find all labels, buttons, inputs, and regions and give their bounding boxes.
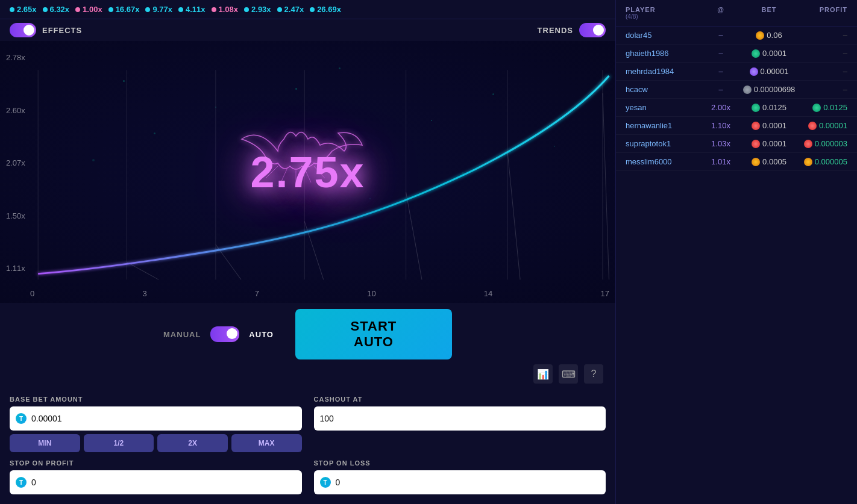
- controls-bar: EFFECTS TRENDS: [0, 19, 615, 41]
- at-val-6: 1.03x: [703, 139, 739, 148]
- player-name-2[interactable]: mehrdad1984: [626, 67, 703, 76]
- stop-loss-label: STOP ON LOSS: [314, 459, 606, 467]
- y-label-2: 2.60x: [6, 106, 25, 115]
- history-item-2[interactable]: 1.00x: [75, 5, 102, 14]
- at-val-4: 2.00x: [703, 103, 739, 112]
- min-button[interactable]: MIN: [10, 434, 80, 452]
- effects-label: EFFECTS: [42, 26, 82, 35]
- profit-val-4: 0.0125: [799, 103, 847, 112]
- history-item-7[interactable]: 2.93x: [244, 5, 271, 14]
- table-row: ghaieth1986 – 0.0001 –: [616, 45, 857, 63]
- th-profit: PROFIT: [799, 6, 847, 20]
- base-bet-input-wrap[interactable]: T: [10, 406, 302, 431]
- stop-profit-input[interactable]: [31, 478, 296, 487]
- table-row: hcacw – 0.00000698 –: [616, 81, 857, 99]
- stop-loss-coin-icon: T: [320, 477, 331, 488]
- effects-toggle[interactable]: [10, 23, 36, 37]
- mode-toggle[interactable]: [210, 326, 239, 342]
- profit-val-6: 0.000003: [799, 139, 847, 148]
- at-val-7: 1.01x: [703, 157, 739, 166]
- max-button[interactable]: MAX: [231, 434, 302, 452]
- history-item-4[interactable]: 9.77x: [145, 5, 172, 14]
- bet-val-2: 0.00001: [739, 67, 799, 76]
- y-label-3: 2.07x: [6, 158, 25, 167]
- player-name-6[interactable]: supraptotok1: [626, 139, 703, 148]
- cashout-group: CASHOUT AT: [314, 396, 606, 452]
- bet-buttons: MIN 1/2 2X MAX: [10, 434, 302, 452]
- x-label-10: 10: [367, 289, 375, 298]
- y-label-5: 1.11x: [6, 264, 25, 273]
- table-row: messlim6000 1.01x 0.0005 0.000005: [616, 153, 857, 171]
- bet-val-4: 0.0125: [739, 103, 799, 112]
- y-axis-labels: 2.78x 2.60x 2.07x 1.50x 1.11x: [6, 41, 25, 279]
- manual-label: MANUAL: [163, 330, 201, 339]
- cashout-input-wrap[interactable]: [314, 406, 606, 431]
- trends-label: TRENDS: [538, 26, 573, 35]
- x-axis-labels: 0 3 7 10 14 17: [30, 289, 609, 298]
- bet-val-5: 0.0001: [739, 121, 799, 130]
- bet-val-0: 0.06: [739, 31, 799, 40]
- history-item-6[interactable]: 1.08x: [212, 5, 239, 14]
- keyboard-icon[interactable]: ⌨: [559, 364, 578, 384]
- table-row: supraptotok1 1.03x 0.0001 0.000003: [616, 135, 857, 153]
- at-val-1: –: [703, 49, 739, 58]
- history-item-9[interactable]: 26.69x: [310, 5, 341, 14]
- history-item-1[interactable]: 6.32x: [43, 5, 70, 14]
- player-name-1[interactable]: ghaieth1986: [626, 49, 703, 58]
- player-name-5[interactable]: hernawanlie1: [626, 121, 703, 130]
- table-row: hernawanlie1 1.10x 0.0001 0.00001: [616, 117, 857, 135]
- at-val-3: –: [703, 85, 739, 94]
- player-rows: dolar45 – 0.06 – ghaieth1986 – 0.0001 – …: [616, 26, 857, 171]
- profit-val-3: –: [799, 85, 847, 94]
- stop-profit-coin-icon: T: [16, 477, 27, 488]
- start-auto-button[interactable]: START AUTO: [295, 309, 452, 359]
- stats-icon[interactable]: 📊: [533, 364, 553, 384]
- history-item-8[interactable]: 2.47x: [277, 5, 304, 14]
- history-item-5[interactable]: 4.11x: [178, 5, 206, 14]
- bet-val-7: 0.0005: [739, 157, 799, 166]
- svg-line-12: [603, 93, 609, 279]
- profit-val-5: 0.00001: [799, 121, 847, 130]
- profit-val-7: 0.000005: [799, 157, 847, 166]
- bet-val-3: 0.00000698: [739, 85, 799, 94]
- trends-toggle[interactable]: [579, 23, 606, 37]
- x-label-14: 14: [484, 289, 492, 298]
- table-row: yesan 2.00x 0.0125 0.0125: [616, 99, 857, 117]
- x-label-7: 7: [255, 289, 259, 298]
- history-item-3[interactable]: 16.67x: [108, 5, 140, 14]
- bottom-controls: MANUAL AUTO START AUTO 📊 ⌨ ?: [0, 303, 615, 390]
- auto-label: AUTO: [249, 330, 274, 339]
- y-label-4: 1.50x: [6, 211, 25, 220]
- x-label-3: 3: [142, 289, 146, 298]
- players-table: PLAYER (4/8) @ BET PROFIT dolar45 – 0.06…: [616, 0, 857, 504]
- at-val-5: 1.10x: [703, 121, 739, 130]
- th-at: @: [703, 6, 739, 20]
- player-name-4[interactable]: yesan: [626, 103, 703, 112]
- stop-loss-input-wrap[interactable]: T: [314, 470, 606, 494]
- bet-val-6: 0.0001: [739, 139, 799, 148]
- stop-profit-label: STOP ON PROFIT: [10, 459, 302, 467]
- history-item-0[interactable]: 2.65x: [10, 5, 37, 14]
- y-label-1: 2.78x: [6, 53, 25, 62]
- player-name-7[interactable]: messlim6000: [626, 157, 703, 166]
- stop-loss-input[interactable]: [336, 478, 600, 487]
- history-bar: 2.65x6.32x1.00x16.67x9.77x4.11x1.08x2.93…: [0, 0, 615, 19]
- x-label-0: 0: [30, 289, 34, 298]
- help-icon[interactable]: ?: [584, 364, 603, 384]
- table-row: mehrdad1984 – 0.00001 –: [616, 63, 857, 81]
- stop-profit-input-wrap[interactable]: T: [10, 470, 302, 494]
- right-panel: PLAYER (4/8) @ BET PROFIT dolar45 – 0.06…: [616, 0, 857, 504]
- double-button[interactable]: 2X: [157, 434, 228, 452]
- stop-profit-group: STOP ON PROFIT T: [10, 459, 302, 494]
- profit-val-0: –: [799, 31, 847, 40]
- base-bet-coin-icon: T: [16, 413, 27, 424]
- graph-area: 2.78x 2.60x 2.07x 1.50x 1.11x 0 3 7 10 1…: [0, 41, 615, 303]
- player-name-3[interactable]: hcacw: [626, 85, 703, 94]
- base-bet-label: BASE BET AMOUNT: [10, 396, 302, 403]
- half-button[interactable]: 1/2: [84, 434, 154, 452]
- cashout-input[interactable]: [320, 414, 600, 423]
- at-val-2: –: [703, 67, 739, 76]
- cashout-label: CASHOUT AT: [314, 396, 606, 403]
- player-name-0[interactable]: dolar45: [626, 31, 703, 40]
- base-bet-input[interactable]: [31, 414, 296, 423]
